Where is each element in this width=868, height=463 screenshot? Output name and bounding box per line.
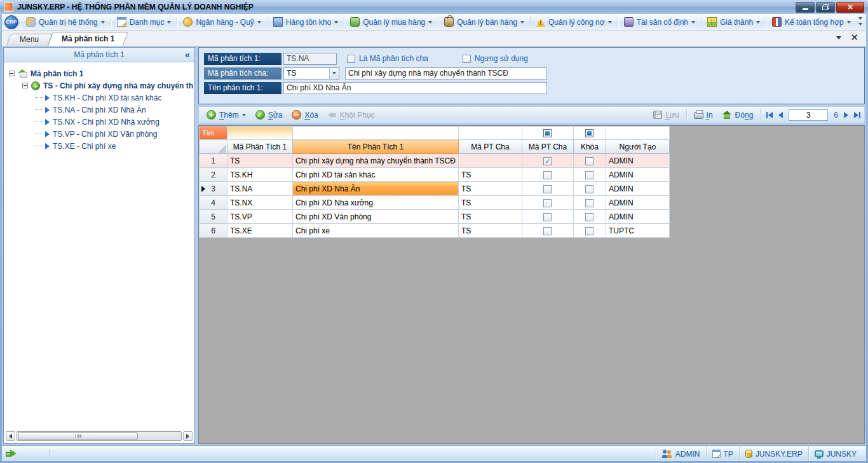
close-button[interactable]: Đóng [719, 109, 757, 121]
grid-cell[interactable]: Chi phí XD Văn phòng [293, 210, 459, 224]
grid-cell[interactable]: ADMIN [606, 196, 669, 210]
menubar-item-system-admin[interactable]: Quản trị hệ thống [22, 15, 109, 29]
filter-cell[interactable] [293, 127, 459, 140]
grid-cell[interactable] [573, 168, 606, 182]
checkbox-unchecked-icon[interactable] [543, 199, 552, 207]
edit-button[interactable]: ✓Sửa [252, 109, 287, 121]
grid-cell[interactable]: TS.KH [227, 168, 293, 182]
grid-cell[interactable]: TS [227, 154, 293, 168]
menubar-item-sales[interactable]: Quản lý bán hàng [440, 15, 529, 29]
grid-cell[interactable]: TUPTC [606, 224, 669, 238]
tree-item-2[interactable]: TS.KH - Chi phí XD tài sản khác [6, 92, 193, 104]
restore-button[interactable] [816, 2, 835, 13]
menubar-item-general-accounting[interactable]: Kế toán tổng hợp [768, 15, 855, 29]
tab-list-dropdown-icon[interactable] [836, 36, 841, 42]
parent-code-dropdown[interactable]: TS [283, 67, 339, 79]
minimize-button[interactable] [796, 2, 815, 13]
scroll-left-button[interactable] [6, 431, 15, 441]
checkbox-unchecked-icon[interactable] [543, 213, 552, 221]
checkbox-unchecked-icon[interactable] [543, 185, 552, 193]
filter-cell[interactable] [227, 127, 293, 140]
row-selector[interactable]: 2 [200, 168, 227, 182]
grid-cell[interactable] [522, 168, 573, 182]
table-row[interactable]: 5TS.VPChi phí XD Văn phòngTSADMIN [200, 210, 670, 224]
restore-button[interactable]: Khôi Phục [324, 109, 379, 121]
tree-expander-icon[interactable] [9, 71, 15, 76]
checkbox-indeterminate-icon[interactable] [543, 129, 552, 137]
filter-cell[interactable] [522, 127, 573, 140]
tab-ma-phan-tich-1[interactable]: Mã phân tích 1 [50, 32, 126, 46]
row-selector[interactable]: 4 [200, 196, 227, 210]
grid-cell[interactable]: Chi phí xe [293, 224, 459, 238]
checkbox-unchecked-icon[interactable] [585, 227, 593, 235]
scroll-right-button[interactable] [183, 431, 193, 441]
last-page-button[interactable] [854, 112, 860, 118]
grid-cell[interactable] [522, 182, 573, 196]
grid-cell[interactable] [522, 224, 573, 238]
row-selector[interactable]: 6 [200, 224, 227, 238]
next-page-button[interactable] [844, 112, 848, 118]
grid-cell[interactable] [522, 196, 573, 210]
close-button[interactable]: × [836, 2, 864, 13]
checkbox-checked-icon[interactable] [543, 157, 552, 165]
column-header[interactable]: Người Tạo [606, 140, 669, 154]
is-parent-checkbox[interactable] [347, 55, 355, 63]
table-row[interactable]: 4TS.NXChi phí XD Nhà xưởngTSADMIN [200, 196, 670, 210]
checkbox-unchecked-icon[interactable] [543, 171, 552, 179]
grid-cell[interactable]: ADMIN [606, 182, 669, 196]
tree-expander-icon[interactable] [22, 83, 28, 88]
tree-item-1[interactable]: +TS - Chi phí xây dựng nhà máy chuyển th… [6, 79, 193, 92]
checkbox-unchecked-icon[interactable] [585, 199, 593, 207]
grid-cell[interactable] [573, 182, 606, 196]
add-button[interactable]: +Thêm [203, 109, 250, 121]
grid-cell[interactable]: Chi phí xây dựng nhà máy chuyển thành TS… [293, 154, 459, 168]
grid-cell[interactable]: TS.NX [227, 196, 293, 210]
tree-item-6[interactable]: TS.XE - Chi phí xe [6, 140, 193, 152]
checkbox-unchecked-icon[interactable] [585, 213, 593, 221]
grid-cell[interactable]: ADMIN [606, 168, 669, 182]
menubar-item-purchasing[interactable]: Quản lý mua hàng [346, 15, 437, 29]
row-selector[interactable]: 1 [200, 154, 227, 168]
inactive-checkbox[interactable] [463, 55, 471, 63]
tree-item-5[interactable]: TS.VP - Chi phí XD Văn phòng [6, 128, 193, 140]
grid-cell[interactable]: TS.VP [227, 210, 293, 224]
find-label[interactable]: Tìm [200, 127, 227, 140]
menubar-item-inventory[interactable]: Hàng tồn kho [269, 15, 342, 29]
erp-button[interactable]: ERP [4, 15, 18, 29]
filter-cell[interactable] [606, 127, 669, 140]
delete-button[interactable]: −Xóa [288, 109, 322, 121]
print-button[interactable]: In [690, 109, 717, 121]
menubar-item-categories[interactable]: Danh mục [112, 15, 176, 29]
filter-cell[interactable] [458, 127, 522, 140]
grid-cell[interactable]: TS [458, 210, 522, 224]
grid-cell[interactable]: TS [458, 196, 522, 210]
grid-cell[interactable]: TS [458, 224, 522, 238]
menu-overflow-button[interactable] [856, 17, 865, 27]
table-row[interactable]: 2TS.KHChi phí XD tài sản khácTSADMIN [200, 168, 670, 182]
column-header[interactable]: Mã PT Cha [522, 140, 573, 154]
checkbox-unchecked-icon[interactable] [585, 171, 593, 179]
checkbox-unchecked-icon[interactable] [585, 185, 593, 193]
row-selector-header[interactable] [200, 140, 227, 154]
table-row[interactable]: 1TSChi phí xây dựng nhà máy chuyển thành… [200, 154, 670, 168]
dropdown-arrow-icon[interactable] [329, 68, 339, 79]
tree-item-3[interactable]: TS.NA - Chi phí XD Nhà Ăn [6, 104, 193, 116]
table-row[interactable]: 6TS.XEChi phí xeTSTUPTC [200, 224, 670, 238]
parent-name-input[interactable] [345, 67, 547, 79]
name-input[interactable] [283, 82, 547, 94]
horizontal-scrollbar[interactable] [6, 431, 193, 441]
save-button[interactable]: Lưu [649, 109, 682, 121]
column-header[interactable]: Mã Phân Tích 1 [227, 140, 293, 154]
tree-item-0[interactable]: Mã phân tích 1 [6, 67, 193, 79]
menubar-item-costing[interactable]: Giá thành [703, 15, 764, 29]
tab-close-icon[interactable]: ✕ [850, 32, 858, 42]
filter-cell[interactable] [573, 127, 606, 140]
grid-cell[interactable]: ADMIN [606, 210, 669, 224]
scrollbar-track[interactable] [17, 431, 182, 441]
column-header[interactable]: Mã PT Cha [458, 140, 522, 154]
menubar-item-bank-fund[interactable]: Ngân hàng - Quỹ [179, 15, 265, 29]
tab-menu[interactable]: Menu [8, 34, 50, 46]
grid-cell[interactable] [522, 210, 573, 224]
menubar-item-debt[interactable]: Quản lý công nợ [532, 16, 616, 29]
grid-cell[interactable] [573, 154, 606, 168]
